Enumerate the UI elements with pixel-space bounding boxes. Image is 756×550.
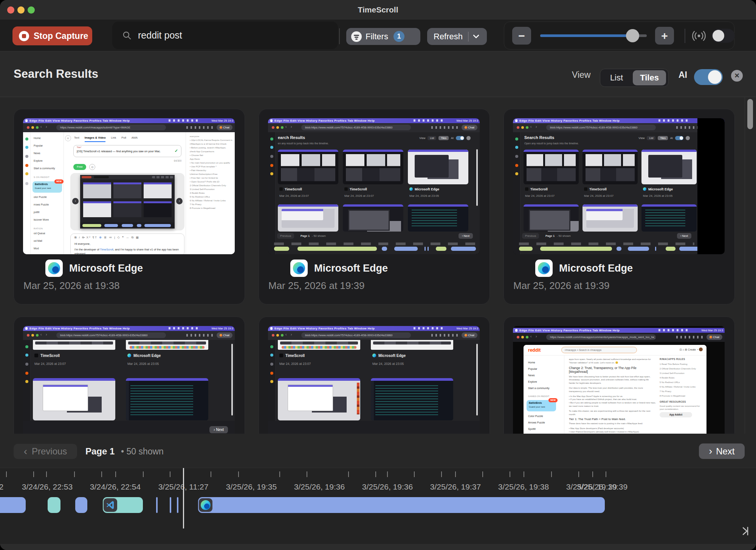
timeline-tick [101,471,102,477]
timescroll-app-page: TimeScroll Mar 24, 2026 at 23:07 Microso… [23,340,235,434]
result-card[interactable]: Edge File Edit View History Favorites Pr… [259,317,490,434]
chevron-down-icon [473,35,479,39]
result-app-row: Microsoft Edge [529,260,633,277]
timeline-segment[interactable] [170,497,171,513]
timescroll-app-page: TimeScroll Mar 24, 2026 at 23:07 Microso… [268,340,480,434]
timeline-segment[interactable] [198,497,605,513]
zoom-in-button[interactable]: + [655,27,674,45]
result-card[interactable]: Edge File Edit View History Favorites Pr… [14,109,245,304]
search-input[interactable]: reddit post [112,22,338,49]
timeline-tick [606,471,606,477]
timeline-tick [115,471,116,477]
search-value: reddit post [138,30,182,41]
timescroll-app-page: earch Results en any result to jump back… [268,132,480,254]
edge-icon [290,260,308,277]
timeline[interactable]: 3/24/26, 22:523/24/26, 22:533/24/26, 22:… [0,468,756,544]
filters-button[interactable]: Filters 1 [346,28,420,45]
skip-to-end-icon[interactable] [739,525,751,537]
timeline-time-label: 3/24/26, 22:53 [22,482,73,491]
result-card[interactable]: Edge File Edit View History Favorites Pr… [259,109,490,304]
slider-knob[interactable] [626,29,639,42]
timeline-tick [551,471,552,477]
next-page-button[interactable]: ›Next [699,443,745,459]
timeline-tick [348,471,349,477]
toggle-knob [708,70,722,84]
timeline-tick [592,471,593,477]
result-thumbnail: Edge File Edit View History Favorites Pr… [23,326,235,434]
group-divider [685,29,685,43]
timeline-tick [74,471,75,477]
result-app-name: Microsoft Edge [69,263,143,274]
ai-label: AI [679,70,687,80]
zoom-out-button[interactable]: − [512,27,531,45]
page-indicator: Page 1 [85,446,115,457]
timeline-tick [578,471,579,477]
titlebar: TimeScroll [0,0,756,20]
timeline-segment[interactable] [75,497,87,513]
timeline-tick [170,471,170,477]
vscode-icon [104,498,117,512]
timeline-tick [375,471,376,477]
result-thumbnail: Edge File Edit View History Favorites Pr… [513,326,725,434]
zoom-slider[interactable] [540,34,647,37]
refresh-button[interactable]: Refresh [427,28,487,45]
view-label: View [572,70,590,80]
timeline-tick [46,471,47,477]
timeline-tick [33,471,34,477]
edge-icon [45,260,63,277]
view-tiles-option[interactable]: Tiles [633,70,666,85]
mini-browser-chrome: ‹ › https://www.reddit.com/r/macapps/sub… [23,123,235,132]
timeline-tick [510,471,510,477]
close-search-button[interactable]: ✕ [731,70,743,82]
timeline-time-label: 3/25/26, 19:37 [430,482,481,491]
timeline-tick [387,471,388,477]
timeline-segment[interactable] [0,497,26,513]
previous-page-button[interactable]: ‹Previous [14,444,77,459]
timeline-segment[interactable] [48,497,60,513]
filters-label: Filters [366,32,388,42]
timeline-time-label: 3/25/26, 19:38 [498,482,549,491]
battlebirds-chip: BattleBirdsGuard your nest NEW [33,181,62,193]
timeline-tick [6,471,7,477]
timeline-tick [455,471,456,477]
result-thumbnail: Edge File Edit View History Favorites Pr… [268,326,480,434]
timeline-segment[interactable] [103,497,143,513]
ai-toggle[interactable] [694,69,723,85]
result-app-row: Microsoft Edge [284,260,388,277]
live-toggle[interactable] [711,29,735,43]
filters-count-badge: 1 [393,31,404,42]
timeline-tick [414,471,415,477]
result-app-row: Microsoft Edge [39,260,143,277]
result-card[interactable]: Edge File Edit View History Favorites Pr… [503,109,735,304]
timeline-segment[interactable] [156,497,158,513]
page-title: Search Results [14,67,98,81]
reddit-page: reddit r/macapps × Search in r/macapps ⊡… [513,342,725,434]
view-list-option[interactable]: List [600,69,633,87]
timeline-time-label: 3/25/26, 19:36 [362,482,413,491]
timeline-time-label: 3/24/26, 22:52 [0,482,3,491]
carousel-left-arrow: ‹ [72,198,79,204]
stop-capture-label: Stop Capture [34,31,88,41]
window-bottom-strip [0,544,756,550]
result-card[interactable]: Edge File Edit View History Favorites Pr… [14,317,245,434]
timeline-segment[interactable] [177,497,178,513]
result-timestamp: Mar 25, 2026 at 19:39 [268,280,364,292]
edge-icon [199,498,212,512]
timeline-playhead[interactable] [183,468,184,528]
scrollbar-track [745,97,745,434]
timeline-tick [482,471,483,477]
toolbar-divider [339,28,340,44]
stop-capture-button[interactable]: Stop Capture [12,26,92,45]
refresh-divider [468,32,469,42]
reddit-submit-page: Home Popular News Explore Start a commun… [23,132,235,254]
result-card[interactable]: Edge File Edit View History Favorites Pr… [503,317,735,434]
timeline-tick [524,471,524,477]
timeline-tick [441,471,442,477]
mini-menubar: Edge File Edit View History Favorites Pr… [23,118,235,123]
timeline-time-label: 3/25/26, 19:35 [226,482,277,491]
scrollbar-thumb[interactable] [747,99,753,129]
edge-icon [535,260,553,277]
timeline-tick [211,471,211,477]
result-thumbnail: Edge File Edit View History Favorites Pr… [268,118,480,254]
timeline-tick [279,471,280,477]
